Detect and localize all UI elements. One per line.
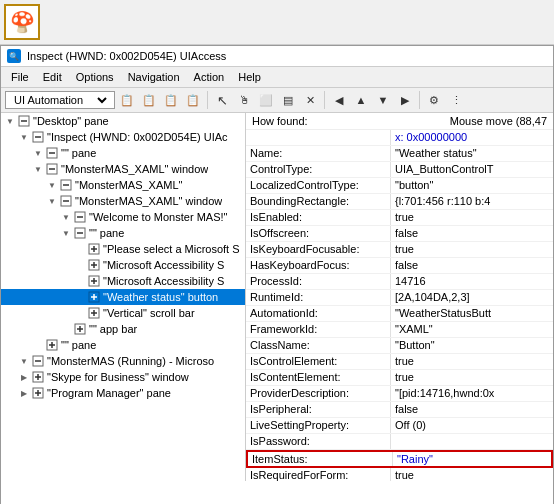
toolbar-btn-x[interactable]: ✕ xyxy=(300,90,320,110)
tree-item-11[interactable]: "Weather status" button xyxy=(1,289,245,305)
tree-item-3[interactable]: "MonsterMAS_XAML" window xyxy=(1,161,245,177)
tree-item-10[interactable]: "Microsoft Accessibility S xyxy=(1,273,245,289)
toolbar-btn-more[interactable]: ⋮ xyxy=(446,90,466,110)
tree-label-10: "Microsoft Accessibility S xyxy=(101,275,224,287)
menu-edit[interactable]: Edit xyxy=(37,69,68,85)
tree-expand-8[interactable] xyxy=(73,242,87,256)
toolbar-btn-2[interactable]: 📋 xyxy=(139,90,159,110)
toolbar-btn-1[interactable]: 📋 xyxy=(117,90,137,110)
prop-value-5: false xyxy=(391,226,553,241)
tree-item-17[interactable]: "Program Manager" pane xyxy=(1,385,245,401)
menu-navigation[interactable]: Navigation xyxy=(122,69,186,85)
automation-type-select[interactable]: UI Automation UIA (Raw View) MSAA xyxy=(10,93,110,107)
tree-node-icon-12 xyxy=(87,306,101,320)
tree-expand-3[interactable] xyxy=(31,162,45,176)
tree-expand-9[interactable] xyxy=(73,258,87,272)
tree-item-0[interactable]: "Desktop" pane xyxy=(1,113,245,129)
bounding-right-value: x: 0x00000000 xyxy=(391,130,553,145)
tree-expand-10[interactable] xyxy=(73,274,87,288)
tree-node-icon-15 xyxy=(31,354,45,368)
prop-name-1: ControlType: xyxy=(246,162,391,177)
tree-label-13: "" app bar xyxy=(87,323,137,335)
prop-row-19: ItemStatus:"Rainy" xyxy=(246,450,553,468)
title-bar: 🔍 Inspect (HWND: 0x002D054E) UIAccess xyxy=(1,46,553,67)
tree-item-14[interactable]: "" pane xyxy=(1,337,245,353)
bounding-right-name xyxy=(246,130,391,145)
automation-type-dropdown[interactable]: UI Automation UIA (Raw View) MSAA xyxy=(5,91,115,109)
tree-expand-13[interactable] xyxy=(59,322,73,336)
toolbar-btn-up[interactable]: ▲ xyxy=(351,90,371,110)
tree-item-7[interactable]: "" pane xyxy=(1,225,245,241)
prop-row-7: HasKeyboardFocus:false xyxy=(246,258,553,274)
toolbar-sep-1 xyxy=(207,91,208,109)
prop-name-11: FrameworkId: xyxy=(246,322,391,337)
tree-item-9[interactable]: "Microsoft Accessibility S xyxy=(1,257,245,273)
toolbar-btn-3[interactable]: 📋 xyxy=(161,90,181,110)
tree-node-icon-11 xyxy=(87,290,101,304)
prop-value-16: false xyxy=(391,402,553,417)
tree-expand-7[interactable] xyxy=(59,226,73,240)
window-icon-symbol: 🔍 xyxy=(9,52,19,61)
tree-expand-12[interactable] xyxy=(73,306,87,320)
toolbar-btn-cursor[interactable]: ↖ xyxy=(212,90,232,110)
tree-node-icon-5 xyxy=(59,194,73,208)
tree-expand-16[interactable] xyxy=(17,370,31,384)
toolbar-btn-down[interactable]: ▼ xyxy=(373,90,393,110)
toolbar-btn-gear[interactable]: ⚙ xyxy=(424,90,444,110)
prop-name-8: ProcessId: xyxy=(246,274,391,289)
tree-item-4[interactable]: "MonsterMAS_XAML" xyxy=(1,177,245,193)
tree-item-8[interactable]: "Please select a Microsoft S xyxy=(1,241,245,257)
toolbar-btn-right[interactable]: ▶ xyxy=(395,90,415,110)
toolbar-btn-left[interactable]: ◀ xyxy=(329,90,349,110)
tree-expand-1[interactable] xyxy=(17,130,31,144)
tree-expand-6[interactable] xyxy=(59,210,73,224)
prop-row-10: AutomationId:"WeatherStatusButt xyxy=(246,306,553,322)
prop-value-17: Off (0) xyxy=(391,418,553,433)
prop-row-20: IsRequiredForForm:true xyxy=(246,468,553,481)
tree-node-icon-1 xyxy=(31,130,45,144)
tree-node-icon-17 xyxy=(31,386,45,400)
tree-item-5[interactable]: "MonsterMAS_XAML" window xyxy=(1,193,245,209)
tree-expand-11[interactable] xyxy=(73,290,87,304)
prop-row-15: ProviderDescription:"[pid:14716,hwnd:0x xyxy=(246,386,553,402)
tree-expand-2[interactable] xyxy=(31,146,45,160)
prop-name-20: IsRequiredForForm: xyxy=(246,468,391,481)
tree-expand-15[interactable] xyxy=(17,354,31,368)
menu-file[interactable]: File xyxy=(5,69,35,85)
tree-node-icon-3 xyxy=(45,162,59,176)
tree-node-icon-9 xyxy=(87,258,101,272)
tree-label-6: "Welcome to Monster MAS!" xyxy=(87,211,227,223)
prop-row-14: IsContentElement:true xyxy=(246,370,553,386)
tree-label-8: "Please select a Microsoft S xyxy=(101,243,240,255)
menu-action[interactable]: Action xyxy=(188,69,231,85)
tree-expand-5[interactable] xyxy=(45,194,59,208)
tree-item-12[interactable]: "Vertical" scroll bar xyxy=(1,305,245,321)
main-window: 🔍 Inspect (HWND: 0x002D054E) UIAccess Fi… xyxy=(0,45,554,504)
toolbar-btn-rect[interactable]: ⬜ xyxy=(256,90,276,110)
tree-item-6[interactable]: "Welcome to Monster MAS!" xyxy=(1,209,245,225)
toolbar-btn-4[interactable]: 📋 xyxy=(183,90,203,110)
prop-name-7: HasKeyboardFocus: xyxy=(246,258,391,273)
toolbar-btn-mouse[interactable]: 🖱 xyxy=(234,90,254,110)
tree-item-2[interactable]: "" pane xyxy=(1,145,245,161)
bounding-right-row: x: 0x00000000 xyxy=(246,130,553,146)
menu-help[interactable]: Help xyxy=(232,69,267,85)
prop-row-4: IsEnabled:true xyxy=(246,210,553,226)
props-rows-container: Name:"Weather status"ControlType:UIA_But… xyxy=(246,146,553,481)
tree-item-16[interactable]: "Skype for Business" window xyxy=(1,369,245,385)
tree-expand-4[interactable] xyxy=(45,178,59,192)
menu-options[interactable]: Options xyxy=(70,69,120,85)
prop-value-0: "Weather status" xyxy=(391,146,553,161)
tree-item-1[interactable]: "Inspect (HWND: 0x002D054E) UIAc xyxy=(1,129,245,145)
prop-value-11: "XAML" xyxy=(391,322,553,337)
toolbar-btn-list[interactable]: ▤ xyxy=(278,90,298,110)
tree-expand-17[interactable] xyxy=(17,386,31,400)
tree-label-0: "Desktop" pane xyxy=(31,115,109,127)
tree-expand-14[interactable] xyxy=(31,338,45,352)
tree-panel[interactable]: "Desktop" pane"Inspect (HWND: 0x002D054E… xyxy=(1,113,246,481)
tree-item-13[interactable]: "" app bar xyxy=(1,321,245,337)
tree-expand-0[interactable] xyxy=(3,114,17,128)
prop-name-4: IsEnabled: xyxy=(246,210,391,225)
tree-item-15[interactable]: "MonsterMAS (Running) - Microso xyxy=(1,353,245,369)
tree-node-icon-10 xyxy=(87,274,101,288)
